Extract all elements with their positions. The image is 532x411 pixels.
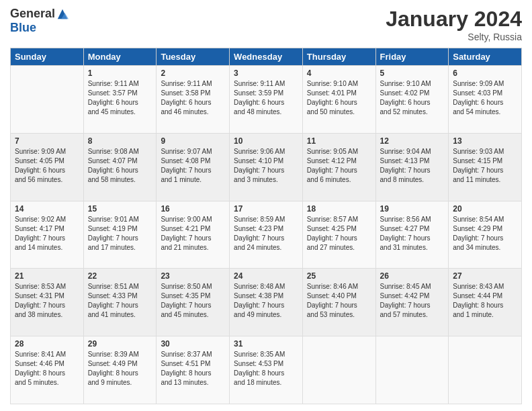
main-container: General Blue January 2024 Selty, Russia … <box>0 0 532 411</box>
day-of-week-header: Thursday <box>302 48 375 66</box>
calendar-cell: 6Sunrise: 9:09 AM Sunset: 4:03 PM Daylig… <box>449 66 522 134</box>
day-info: Sunrise: 8:57 AM Sunset: 4:25 PM Dayligh… <box>307 215 371 253</box>
calendar-cell: 31Sunrise: 8:35 AM Sunset: 4:53 PM Dayli… <box>230 336 303 404</box>
calendar-cell <box>302 336 375 404</box>
calendar-cell <box>375 336 449 404</box>
day-number: 20 <box>453 204 517 214</box>
calendar-cell: 26Sunrise: 8:45 AM Sunset: 4:42 PM Dayli… <box>375 269 449 336</box>
day-info: Sunrise: 9:10 AM Sunset: 4:01 PM Dayligh… <box>307 79 371 117</box>
day-number: 25 <box>307 271 371 281</box>
day-number: 23 <box>161 271 225 281</box>
day-number: 26 <box>380 271 445 281</box>
calendar-cell: 10Sunrise: 9:06 AM Sunset: 4:10 PM Dayli… <box>230 133 303 201</box>
day-of-week-header: Monday <box>83 48 157 66</box>
day-info: Sunrise: 8:45 AM Sunset: 4:42 PM Dayligh… <box>380 282 445 320</box>
day-of-week-header: Tuesday <box>157 48 230 66</box>
calendar-cell: 4Sunrise: 9:10 AM Sunset: 4:01 PM Daylig… <box>302 66 375 134</box>
calendar-cell: 20Sunrise: 8:54 AM Sunset: 4:29 PM Dayli… <box>449 201 522 269</box>
calendar-cell: 2Sunrise: 9:11 AM Sunset: 3:58 PM Daylig… <box>157 66 230 134</box>
calendar-cell <box>11 66 84 134</box>
day-info: Sunrise: 9:09 AM Sunset: 4:05 PM Dayligh… <box>15 147 79 185</box>
day-number: 8 <box>88 136 152 146</box>
calendar-cell: 30Sunrise: 8:37 AM Sunset: 4:51 PM Dayli… <box>157 336 230 404</box>
calendar-week-row: 21Sunrise: 8:53 AM Sunset: 4:31 PM Dayli… <box>11 269 522 336</box>
calendar-cell: 16Sunrise: 9:00 AM Sunset: 4:21 PM Dayli… <box>157 201 230 269</box>
day-info: Sunrise: 8:43 AM Sunset: 4:44 PM Dayligh… <box>453 282 517 320</box>
logo-icon <box>56 8 69 20</box>
day-number: 12 <box>380 136 445 146</box>
day-info: Sunrise: 8:39 AM Sunset: 4:49 PM Dayligh… <box>88 350 152 387</box>
day-info: Sunrise: 8:46 AM Sunset: 4:40 PM Dayligh… <box>307 282 371 320</box>
day-info: Sunrise: 9:05 AM Sunset: 4:12 PM Dayligh… <box>307 147 371 185</box>
day-info: Sunrise: 8:59 AM Sunset: 4:23 PM Dayligh… <box>234 215 298 253</box>
day-number: 28 <box>15 339 79 349</box>
calendar-cell: 11Sunrise: 9:05 AM Sunset: 4:12 PM Dayli… <box>302 133 375 201</box>
day-info: Sunrise: 9:11 AM Sunset: 3:57 PM Dayligh… <box>88 79 152 117</box>
calendar-cell: 1Sunrise: 9:11 AM Sunset: 3:57 PM Daylig… <box>83 66 157 134</box>
day-number: 1 <box>88 68 152 78</box>
day-info: Sunrise: 8:50 AM Sunset: 4:35 PM Dayligh… <box>161 282 225 320</box>
calendar-cell: 18Sunrise: 8:57 AM Sunset: 4:25 PM Dayli… <box>302 201 375 269</box>
day-number: 5 <box>380 68 445 78</box>
day-info: Sunrise: 9:03 AM Sunset: 4:15 PM Dayligh… <box>453 147 517 185</box>
day-info: Sunrise: 8:35 AM Sunset: 4:53 PM Dayligh… <box>234 350 298 387</box>
day-info: Sunrise: 9:11 AM Sunset: 3:58 PM Dayligh… <box>161 79 225 117</box>
title-area: January 2024 Selty, Russia <box>386 7 522 42</box>
calendar-cell: 19Sunrise: 8:56 AM Sunset: 4:27 PM Dayli… <box>375 201 449 269</box>
calendar-week-row: 1Sunrise: 9:11 AM Sunset: 3:57 PM Daylig… <box>11 66 522 134</box>
day-number: 6 <box>453 68 517 78</box>
day-info: Sunrise: 9:09 AM Sunset: 4:03 PM Dayligh… <box>453 79 517 117</box>
logo-blue-text: Blue <box>10 21 36 35</box>
day-number: 27 <box>453 271 517 281</box>
calendar-cell: 25Sunrise: 8:46 AM Sunset: 4:40 PM Dayli… <box>302 269 375 336</box>
day-info: Sunrise: 9:07 AM Sunset: 4:08 PM Dayligh… <box>161 147 225 185</box>
day-info: Sunrise: 8:54 AM Sunset: 4:29 PM Dayligh… <box>453 215 517 253</box>
day-info: Sunrise: 9:06 AM Sunset: 4:10 PM Dayligh… <box>234 147 298 185</box>
day-number: 3 <box>234 68 298 78</box>
day-number: 4 <box>307 68 371 78</box>
day-of-week-header: Wednesday <box>230 48 303 66</box>
calendar-cell: 12Sunrise: 9:04 AM Sunset: 4:13 PM Dayli… <box>375 133 449 201</box>
day-of-week-header: Sunday <box>11 48 84 66</box>
day-number: 22 <box>88 271 152 281</box>
calendar-cell: 3Sunrise: 9:11 AM Sunset: 3:59 PM Daylig… <box>230 66 303 134</box>
day-info: Sunrise: 8:37 AM Sunset: 4:51 PM Dayligh… <box>161 350 225 387</box>
day-info: Sunrise: 8:41 AM Sunset: 4:46 PM Dayligh… <box>15 350 79 387</box>
day-number: 30 <box>161 339 225 349</box>
calendar-cell: 29Sunrise: 8:39 AM Sunset: 4:49 PM Dayli… <box>83 336 157 404</box>
calendar-cell: 7Sunrise: 9:09 AM Sunset: 4:05 PM Daylig… <box>11 133 84 201</box>
calendar-cell: 17Sunrise: 8:59 AM Sunset: 4:23 PM Dayli… <box>230 201 303 269</box>
day-number: 13 <box>453 136 517 146</box>
calendar-week-row: 28Sunrise: 8:41 AM Sunset: 4:46 PM Dayli… <box>11 336 522 404</box>
calendar-cell: 22Sunrise: 8:51 AM Sunset: 4:33 PM Dayli… <box>83 269 157 336</box>
calendar-cell: 8Sunrise: 9:08 AM Sunset: 4:07 PM Daylig… <box>83 133 157 201</box>
calendar-cell: 13Sunrise: 9:03 AM Sunset: 4:15 PM Dayli… <box>449 133 522 201</box>
day-number: 2 <box>161 68 225 78</box>
day-info: Sunrise: 8:51 AM Sunset: 4:33 PM Dayligh… <box>88 282 152 320</box>
day-info: Sunrise: 8:56 AM Sunset: 4:27 PM Dayligh… <box>380 215 445 253</box>
logo: General Blue <box>10 7 69 35</box>
day-info: Sunrise: 8:53 AM Sunset: 4:31 PM Dayligh… <box>15 282 79 320</box>
day-number: 29 <box>88 339 152 349</box>
day-info: Sunrise: 9:10 AM Sunset: 4:02 PM Dayligh… <box>380 79 445 117</box>
calendar-cell: 24Sunrise: 8:48 AM Sunset: 4:38 PM Dayli… <box>230 269 303 336</box>
calendar-week-row: 7Sunrise: 9:09 AM Sunset: 4:05 PM Daylig… <box>11 133 522 201</box>
calendar-week-row: 14Sunrise: 9:02 AM Sunset: 4:17 PM Dayli… <box>11 201 522 269</box>
day-number: 31 <box>234 339 298 349</box>
day-info: Sunrise: 8:48 AM Sunset: 4:38 PM Dayligh… <box>234 282 298 320</box>
day-number: 10 <box>234 136 298 146</box>
day-number: 9 <box>161 136 225 146</box>
calendar-cell: 9Sunrise: 9:07 AM Sunset: 4:08 PM Daylig… <box>157 133 230 201</box>
day-number: 16 <box>161 204 225 214</box>
location: Selty, Russia <box>386 32 522 42</box>
day-number: 17 <box>234 204 298 214</box>
day-number: 21 <box>15 271 79 281</box>
day-of-week-header: Friday <box>375 48 449 66</box>
day-number: 15 <box>88 204 152 214</box>
day-number: 24 <box>234 271 298 281</box>
day-of-week-header: Saturday <box>449 48 522 66</box>
logo-general-text: General <box>10 7 55 21</box>
calendar-cell: 14Sunrise: 9:02 AM Sunset: 4:17 PM Dayli… <box>11 201 84 269</box>
day-number: 18 <box>307 204 371 214</box>
day-info: Sunrise: 9:11 AM Sunset: 3:59 PM Dayligh… <box>234 79 298 117</box>
